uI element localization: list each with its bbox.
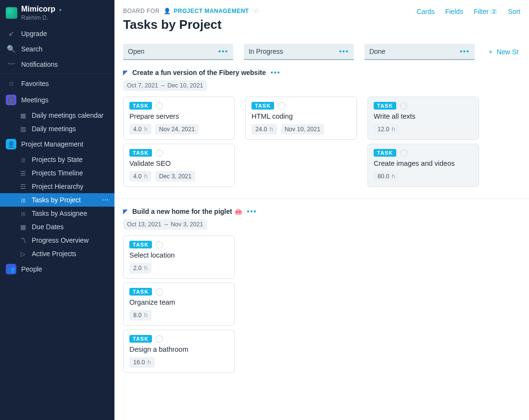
board-icon: ⫼ (19, 210, 27, 217)
task-card[interactable]: TASK Write all texts 12.0 h (367, 97, 479, 140)
app-label: People (21, 265, 42, 273)
nav-label: Project Hierarchy (32, 183, 83, 190)
column-in-progress[interactable]: In Progress ••• (244, 44, 354, 60)
app-people[interactable]: 👥 People (0, 260, 114, 278)
board-icon: ⫼ (19, 197, 27, 204)
swimlane-title[interactable]: Create a fun version of the Fibery websi… (132, 69, 266, 76)
nav-projects-timeline[interactable]: ☰ Projects Timeline (0, 166, 114, 180)
task-pill: TASK (129, 241, 152, 248)
nav-label: Daily meetings calendar (32, 111, 103, 119)
workspace-switcher[interactable]: Mimicorp ▾ Rakhim D. (0, 0, 114, 26)
hours-chip: 8.0 h (129, 310, 151, 321)
toolbar-filter[interactable]: Filter 2 (474, 8, 497, 15)
view-toolbar: Cards Fields Filter 2 Sort (416, 8, 520, 15)
nav-label: Tasks by Project (32, 196, 81, 204)
lane-col-done (367, 235, 479, 373)
lane-col-open: TASK Select location 2.0 h TASK Organize… (123, 235, 235, 373)
toolbar-cards[interactable]: Cards (416, 8, 434, 15)
nav-daily-meetings-calendar[interactable]: ▦ Daily meetings calendar (0, 109, 114, 122)
column-label: In Progress (249, 48, 283, 55)
flag-icon: ◤ (123, 69, 127, 76)
toolbar-fields[interactable]: Fields (445, 8, 463, 15)
swimlane-daterange: Oct 7, 2021 → Dec 10, 2021 (123, 80, 207, 91)
more-icon[interactable]: ••• (460, 48, 470, 55)
column-done[interactable]: Done ••• (365, 44, 475, 60)
task-card[interactable]: TASK Prepare servers 4.0 h Nov 24, 2021 (123, 97, 235, 140)
column-headers: Open ••• In Progress ••• Done ••• ＋ New … (114, 37, 529, 60)
person-icon: 👤 (164, 8, 171, 14)
flag-icon: ◤ (123, 208, 127, 215)
crumb-project: PROJECT MANAGEMENT (174, 8, 249, 14)
status-spinner-icon (156, 102, 163, 110)
status-spinner-icon (400, 102, 407, 110)
app-project-management[interactable]: 👤 Project Management (0, 136, 114, 153)
nav-due-dates[interactable]: ▦ Due Dates (0, 220, 114, 234)
play-icon: ▷ (19, 250, 27, 258)
task-card[interactable]: TASK Validate SEO 4.0 h Dec 3, 2021 (123, 144, 235, 187)
nav-progress-overview[interactable]: 〽 Progress Overview (0, 234, 114, 247)
task-card[interactable]: TASK Select location 2.0 h (123, 235, 235, 279)
star-icon[interactable]: ☆ (253, 7, 260, 15)
nav-label: Active Projects (32, 250, 76, 258)
app-label: Meetings (21, 96, 49, 104)
status-spinner-icon (156, 335, 163, 343)
task-card[interactable]: TASK Design a bathroom 16.0 h (123, 330, 235, 373)
lane-col-done: TASK Write all texts 12.0 h TASK (367, 97, 479, 187)
task-pill: TASK (129, 149, 152, 157)
timeline-icon: ☰ (19, 170, 27, 177)
app-meetings[interactable]: 🎧 Meetings (0, 91, 114, 109)
calendar-icon: ▦ (19, 112, 27, 119)
toolbar-sort[interactable]: Sort (508, 8, 520, 15)
add-column-label: New St (497, 48, 518, 56)
swimlane: ◤ Build a new home for the piglet 🐽 ••• … (114, 208, 529, 373)
task-card[interactable]: TASK Organize team 8.0 h (123, 283, 235, 326)
hours-chip: 12.0 h (374, 124, 399, 135)
sidebar-search[interactable]: 🔍 Search (0, 41, 114, 57)
nav-active-projects[interactable]: ▷ Active Projects (0, 247, 114, 260)
status-spinner-icon (278, 102, 285, 110)
crumb-project-link[interactable]: 👤 PROJECT MANAGEMENT (164, 8, 249, 14)
status-spinner-icon (156, 288, 163, 296)
task-title: Validate SEO (129, 160, 228, 167)
swimlane-title[interactable]: Build a new home for the piglet 🐽 (132, 208, 242, 215)
main: BOARD FOR 👤 PROJECT MANAGEMENT ☆ Tasks b… (114, 0, 529, 420)
chevron-down-icon: ▾ (59, 7, 62, 12)
more-icon[interactable]: ••• (247, 208, 257, 215)
status-spinner-icon (156, 149, 163, 157)
due-chip: Nov 10, 2021 (281, 124, 324, 135)
lane-col-progress (245, 235, 357, 373)
nav-tasks-by-project[interactable]: ⫼ Tasks by Project ⋯ (0, 193, 114, 207)
nav-tasks-by-assignee[interactable]: ⫼ Tasks by Assignee (0, 207, 114, 220)
sidebar-upgrade[interactable]: ➶ Upgrade (0, 26, 114, 41)
nav-project-hierarchy[interactable]: ☲ Project Hierarchy (0, 180, 114, 193)
more-icon[interactable]: ••• (271, 69, 281, 76)
nav-daily-meetings[interactable]: ▥ Daily meetings (0, 122, 114, 136)
task-card[interactable]: TASK HTML coding 24.0 h Nov 10, 2021 (245, 97, 357, 140)
swimlane-daterange: Oct 13, 2021 → Nov 3, 2021 (123, 219, 207, 230)
task-title: Design a bathroom (129, 346, 228, 353)
nav-label: Projects Timeline (32, 169, 83, 177)
swimlane: ◤ Create a fun version of the Fibery web… (114, 69, 529, 187)
sidebar-label: Favorites (21, 80, 49, 87)
sidebar-favorites[interactable]: ☆ Favorites (0, 76, 114, 91)
task-title: HTML coding (252, 112, 351, 120)
more-icon[interactable]: ••• (218, 48, 228, 55)
hours-chip: 4.0 h (129, 171, 151, 182)
task-title: Prepare servers (129, 112, 228, 120)
task-card[interactable]: TASK Create images and videos 80.0 h (367, 144, 479, 187)
more-icon[interactable]: ⋯ (102, 196, 109, 204)
nav-projects-by-state[interactable]: ⫼ Projects by State (0, 153, 114, 166)
activity-icon: 〰 (7, 60, 15, 68)
lane-col-progress: TASK HTML coding 24.0 h Nov 10, 2021 (245, 97, 357, 187)
sidebar-label: Notifications (21, 61, 58, 68)
people-icon: 👥 (6, 264, 16, 274)
sidebar-notifications[interactable]: 〰 Notifications (0, 57, 114, 72)
due-chip: Nov 24, 2021 (155, 124, 199, 135)
more-icon[interactable]: ••• (339, 48, 349, 55)
task-title: Organize team (129, 298, 228, 306)
column-open[interactable]: Open ••• (123, 44, 233, 60)
headset-icon: 🎧 (6, 95, 16, 105)
nav-label: Projects by State (32, 156, 83, 163)
star-icon: ☆ (7, 79, 15, 88)
add-column-button[interactable]: ＋ New St (485, 44, 520, 60)
